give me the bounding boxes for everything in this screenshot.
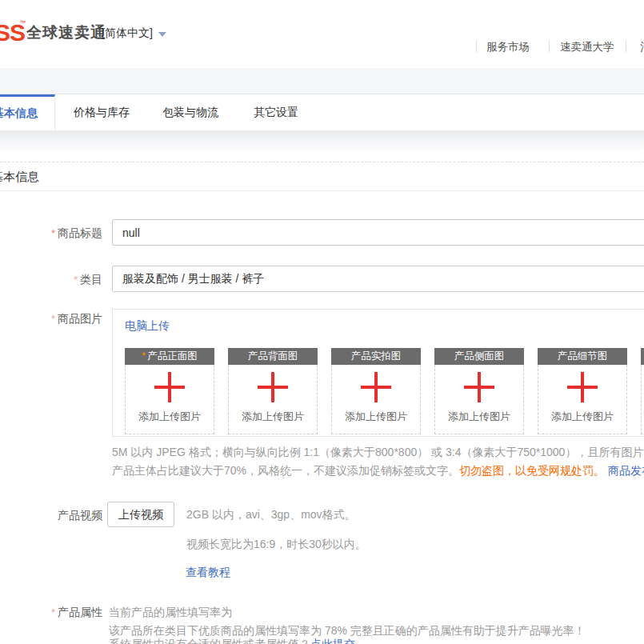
category-value-box[interactable]: 服装及配饰 / 男士服装 / 裤子 — [112, 266, 644, 292]
logo-chinese-name: 全球速卖通 — [26, 22, 106, 43]
nav-partial-item[interactable]: 消息 — [640, 40, 644, 54]
category-label: *类目 — [0, 273, 102, 287]
required-asterisk: * — [51, 227, 55, 239]
required-asterisk: * — [142, 350, 146, 362]
image-upload-panel: 电脑上传 *产品正面图添加上传图片产品背面图添加上传图片产品实拍图添加上传图片产… — [112, 309, 644, 437]
plus-icon — [567, 372, 598, 402]
language-selector[interactable]: [简体中文] — [102, 26, 153, 41]
add-upload-label: 添加上传图片 — [126, 410, 214, 424]
nav-aliexpress-university[interactable]: 速卖通大学 — [560, 40, 614, 54]
section-title: 基本信息 — [0, 170, 50, 186]
attr-line1: 当前产品的属性填写率为 — [109, 606, 232, 620]
nav-service-market[interactable]: 服务市场 — [486, 40, 530, 54]
upload-box[interactable]: *产品正面图添加上传图片 — [125, 348, 214, 434]
product-title-input[interactable] — [112, 219, 644, 246]
image-note-line2: 产品主体占比建议大于70%，风格统一，不建议添加促销标签或文字。切勿盗图，以免受… — [112, 464, 644, 478]
add-upload-label: 添加上传图片 — [538, 410, 626, 424]
plus-icon — [154, 372, 185, 402]
upload-dropzone[interactable]: 添加上传图片 — [434, 365, 524, 434]
upload-box-title: 产品细节图 — [538, 348, 627, 365]
dashed-divider — [0, 162, 644, 162]
upload-box[interactable]: 产品背面图添加上传图片 — [228, 348, 318, 434]
required-asterisk: * — [74, 274, 78, 286]
publish-rules-link[interactable]: 商品发布规范 — [608, 464, 644, 477]
upload-box[interactable]: 添加上传图片 — [641, 348, 644, 434]
image-note-line1: 5M 以内 JPEG 格式；横向与纵向比例 1:1（像素大于800*800） 或… — [112, 446, 644, 460]
upload-dropzone[interactable]: 添加上传图片 — [331, 365, 421, 434]
product-attributes-label: *产品属性 — [0, 606, 102, 620]
nav-divider — [549, 41, 550, 52]
upload-box-title: 产品实拍图 — [331, 348, 421, 365]
product-title-label: *商品标题 — [0, 226, 102, 241]
required-asterisk: * — [51, 606, 55, 618]
upload-dropzone[interactable]: 添加上传图片 — [228, 365, 318, 434]
page-header: SS ™ 全球速卖通 [简体中文] 服务市场 速卖通大学 消息 — [0, 0, 644, 68]
tab-price-stock[interactable]: 价格与库存 — [74, 94, 130, 130]
tab-shadow-band — [0, 130, 644, 150]
product-video-label: 产品视频 — [0, 509, 102, 523]
attr-line3: 系统属性中没有合适的属性或者属性值？点此提交 — [109, 638, 355, 644]
nav-divider — [476, 41, 477, 52]
upload-box[interactable]: 产品侧面图添加上传图片 — [434, 348, 524, 434]
secondary-nav-band — [0, 68, 644, 94]
nav-divider — [626, 41, 626, 52]
upload-box[interactable]: 产品实拍图添加上传图片 — [331, 348, 421, 434]
add-upload-label: 添加上传图片 — [332, 410, 420, 424]
upload-box[interactable]: 产品细节图添加上传图片 — [538, 348, 627, 434]
video-note2: 视频长宽比为16:9，时长30秒以内。 — [186, 538, 366, 552]
upload-dropzone[interactable]: 添加上传图片 — [641, 365, 644, 434]
plus-icon — [258, 372, 288, 402]
chevron-down-icon[interactable] — [158, 32, 166, 37]
image-note-warning: 切勿盗图，以免受网规处罚。 — [459, 464, 605, 477]
product-images-label: *商品图片 — [0, 312, 102, 326]
tab-other-settings[interactable]: 其它设置 — [254, 94, 298, 130]
video-note1: 2GB 以内，avi、3gp、mov格式。 — [186, 508, 356, 522]
tab-basic-info[interactable]: 基本信息 — [0, 94, 55, 130]
view-tutorial-link[interactable]: 查看教程 — [186, 566, 230, 580]
add-upload-label: 添加上传图片 — [229, 410, 317, 424]
section-underline — [0, 190, 644, 191]
plus-icon — [464, 372, 494, 402]
upload-dropzone[interactable]: 添加上传图片 — [538, 365, 627, 434]
submit-attribute-link[interactable]: 点此提交 — [310, 638, 355, 644]
upload-video-button[interactable]: 上传视频 — [107, 502, 174, 527]
add-upload-label: 添加上传图片 — [435, 410, 523, 424]
upload-box-title: 产品背面图 — [228, 348, 318, 365]
upload-box-title: 产品侧面图 — [434, 348, 524, 365]
tab-packing-logistics[interactable]: 包装与物流 — [162, 94, 218, 130]
image-note-normal: 产品主体占比建议大于70%，风格统一，不建议添加促销标签或文字。 — [112, 464, 459, 477]
attr-line2: 该产品所在类目下优质商品的属性填写率为 78% 完整且正确的产品属性有助于提升产… — [109, 624, 586, 638]
upload-box-row: *产品正面图添加上传图片产品背面图添加上传图片产品实拍图添加上传图片产品侧面图添… — [125, 348, 644, 434]
tab-bar: 基本信息 价格与库存 包装与物流 其它设置 — [0, 94, 644, 130]
upload-box-title — [641, 348, 644, 365]
trademark-symbol: ™ — [19, 19, 26, 26]
pc-upload-link[interactable]: 电脑上传 — [125, 319, 170, 334]
upload-dropzone[interactable]: 添加上传图片 — [125, 365, 214, 434]
required-asterisk: * — [51, 313, 55, 325]
plus-icon — [361, 372, 391, 402]
upload-box-title: *产品正面图 — [125, 348, 214, 365]
